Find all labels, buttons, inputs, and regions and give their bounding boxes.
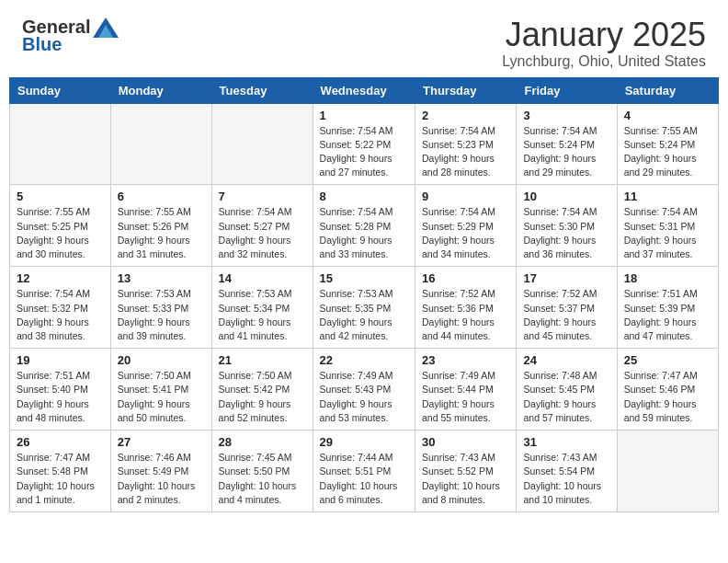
day-number: 25 — [624, 353, 711, 367]
day-info: Sunrise: 7:54 AM Sunset: 5:32 PM Dayligh… — [17, 287, 104, 343]
calendar-day-cell: 16Sunrise: 7:52 AM Sunset: 5:36 PM Dayli… — [415, 267, 517, 349]
calendar-wrapper: SundayMondayTuesdayWednesdayThursdayFrid… — [0, 77, 728, 522]
calendar-day-cell: 6Sunrise: 7:55 AM Sunset: 5:26 PM Daylig… — [110, 185, 211, 267]
calendar-day-cell: 27Sunrise: 7:46 AM Sunset: 5:49 PM Dayli… — [110, 431, 211, 512]
weekday-header-saturday: Saturday — [617, 77, 718, 103]
day-info: Sunrise: 7:55 AM Sunset: 5:25 PM Dayligh… — [17, 205, 104, 261]
calendar-day-cell: 1Sunrise: 7:54 AM Sunset: 5:22 PM Daylig… — [313, 103, 415, 185]
calendar-day-cell: 29Sunrise: 7:44 AM Sunset: 5:51 PM Dayli… — [313, 431, 415, 512]
day-number: 18 — [624, 271, 711, 285]
day-number: 17 — [523, 271, 609, 285]
weekday-header-tuesday: Tuesday — [211, 77, 313, 103]
day-info: Sunrise: 7:45 AM Sunset: 5:50 PM Dayligh… — [219, 451, 306, 507]
calendar-day-cell — [10, 103, 111, 185]
day-number: 28 — [219, 435, 306, 449]
day-number: 21 — [219, 353, 306, 367]
calendar-day-cell: 12Sunrise: 7:54 AM Sunset: 5:32 PM Dayli… — [10, 267, 111, 349]
calendar-table: SundayMondayTuesdayWednesdayThursdayFrid… — [9, 77, 719, 512]
day-number: 5 — [17, 190, 104, 203]
day-info: Sunrise: 7:52 AM Sunset: 5:37 PM Dayligh… — [523, 287, 609, 343]
day-number: 16 — [422, 271, 509, 285]
calendar-day-cell: 2Sunrise: 7:54 AM Sunset: 5:23 PM Daylig… — [415, 103, 517, 185]
calendar-day-cell: 3Sunrise: 7:54 AM Sunset: 5:24 PM Daylig… — [517, 103, 617, 185]
day-number: 14 — [219, 271, 306, 285]
day-number: 9 — [422, 190, 509, 203]
day-info: Sunrise: 7:54 AM Sunset: 5:23 PM Dayligh… — [422, 124, 509, 180]
calendar-day-cell: 19Sunrise: 7:51 AM Sunset: 5:40 PM Dayli… — [10, 349, 111, 431]
day-number: 30 — [422, 435, 509, 449]
day-number: 15 — [320, 271, 408, 285]
calendar-day-cell: 31Sunrise: 7:43 AM Sunset: 5:54 PM Dayli… — [517, 431, 617, 512]
day-info: Sunrise: 7:46 AM Sunset: 5:49 PM Dayligh… — [118, 451, 205, 507]
calendar-day-cell: 18Sunrise: 7:51 AM Sunset: 5:39 PM Dayli… — [617, 267, 718, 349]
day-info: Sunrise: 7:55 AM Sunset: 5:26 PM Dayligh… — [118, 205, 205, 261]
calendar-day-cell: 28Sunrise: 7:45 AM Sunset: 5:50 PM Dayli… — [211, 431, 313, 512]
calendar-day-cell: 20Sunrise: 7:50 AM Sunset: 5:41 PM Dayli… — [110, 349, 211, 431]
day-info: Sunrise: 7:44 AM Sunset: 5:51 PM Dayligh… — [320, 451, 408, 507]
day-number: 2 — [422, 109, 509, 122]
weekday-header-sunday: Sunday — [10, 77, 111, 103]
day-info: Sunrise: 7:54 AM Sunset: 5:30 PM Dayligh… — [523, 205, 609, 261]
day-info: Sunrise: 7:54 AM Sunset: 5:28 PM Dayligh… — [320, 205, 408, 261]
day-info: Sunrise: 7:50 AM Sunset: 5:42 PM Dayligh… — [219, 369, 306, 425]
weekday-header-monday: Monday — [110, 77, 211, 103]
day-info: Sunrise: 7:53 AM Sunset: 5:35 PM Dayligh… — [320, 287, 408, 343]
calendar-week-row: 26Sunrise: 7:47 AM Sunset: 5:48 PM Dayli… — [10, 431, 719, 512]
calendar-week-row: 12Sunrise: 7:54 AM Sunset: 5:32 PM Dayli… — [10, 267, 719, 349]
weekday-header-friday: Friday — [517, 77, 617, 103]
day-number: 3 — [523, 109, 609, 122]
day-number: 8 — [320, 190, 408, 203]
day-info: Sunrise: 7:47 AM Sunset: 5:46 PM Dayligh… — [624, 369, 711, 425]
day-number: 22 — [320, 353, 408, 367]
page-header: General Blue January 2025 Lynchburg, Ohi… — [0, 0, 728, 77]
calendar-day-cell: 14Sunrise: 7:53 AM Sunset: 5:34 PM Dayli… — [211, 267, 313, 349]
logo: General Blue — [22, 17, 119, 55]
day-number: 27 — [118, 435, 205, 449]
day-number: 26 — [17, 435, 104, 449]
day-number: 31 — [523, 435, 609, 449]
day-number: 10 — [523, 190, 609, 203]
calendar-day-cell: 21Sunrise: 7:50 AM Sunset: 5:42 PM Dayli… — [211, 349, 313, 431]
day-info: Sunrise: 7:52 AM Sunset: 5:36 PM Dayligh… — [422, 287, 509, 343]
day-info: Sunrise: 7:54 AM Sunset: 5:27 PM Dayligh… — [219, 205, 306, 261]
calendar-day-cell: 9Sunrise: 7:54 AM Sunset: 5:29 PM Daylig… — [415, 185, 517, 267]
day-info: Sunrise: 7:48 AM Sunset: 5:45 PM Dayligh… — [523, 369, 609, 425]
day-info: Sunrise: 7:47 AM Sunset: 5:48 PM Dayligh… — [17, 451, 104, 507]
day-info: Sunrise: 7:51 AM Sunset: 5:39 PM Dayligh… — [624, 287, 711, 343]
day-info: Sunrise: 7:53 AM Sunset: 5:33 PM Dayligh… — [118, 287, 205, 343]
calendar-day-cell: 22Sunrise: 7:49 AM Sunset: 5:43 PM Dayli… — [313, 349, 415, 431]
calendar-day-cell: 30Sunrise: 7:43 AM Sunset: 5:52 PM Dayli… — [415, 431, 517, 512]
day-number: 1 — [320, 109, 408, 122]
calendar-day-cell: 7Sunrise: 7:54 AM Sunset: 5:27 PM Daylig… — [211, 185, 313, 267]
calendar-day-cell: 24Sunrise: 7:48 AM Sunset: 5:45 PM Dayli… — [517, 349, 617, 431]
logo-icon — [93, 17, 119, 38]
weekday-header-thursday: Thursday — [415, 77, 517, 103]
calendar-day-cell: 4Sunrise: 7:55 AM Sunset: 5:24 PM Daylig… — [617, 103, 718, 185]
day-number: 23 — [422, 353, 509, 367]
calendar-day-cell: 25Sunrise: 7:47 AM Sunset: 5:46 PM Dayli… — [617, 349, 718, 431]
day-number: 4 — [624, 109, 711, 122]
day-info: Sunrise: 7:54 AM Sunset: 5:31 PM Dayligh… — [624, 205, 711, 261]
calendar-day-cell: 10Sunrise: 7:54 AM Sunset: 5:30 PM Dayli… — [517, 185, 617, 267]
day-info: Sunrise: 7:55 AM Sunset: 5:24 PM Dayligh… — [624, 124, 711, 180]
day-info: Sunrise: 7:49 AM Sunset: 5:43 PM Dayligh… — [320, 369, 408, 425]
title-section: January 2025 Lynchburg, Ohio, United Sta… — [502, 17, 706, 70]
calendar-week-row: 1Sunrise: 7:54 AM Sunset: 5:22 PM Daylig… — [10, 103, 719, 185]
day-number: 11 — [624, 190, 711, 203]
calendar-week-row: 19Sunrise: 7:51 AM Sunset: 5:40 PM Dayli… — [10, 349, 719, 431]
location-title: Lynchburg, Ohio, United States — [502, 53, 706, 70]
day-number: 7 — [219, 190, 306, 203]
calendar-day-cell: 17Sunrise: 7:52 AM Sunset: 5:37 PM Dayli… — [517, 267, 617, 349]
day-info: Sunrise: 7:50 AM Sunset: 5:41 PM Dayligh… — [118, 369, 205, 425]
calendar-day-cell: 23Sunrise: 7:49 AM Sunset: 5:44 PM Dayli… — [415, 349, 517, 431]
month-title: January 2025 — [502, 17, 706, 53]
calendar-day-cell: 15Sunrise: 7:53 AM Sunset: 5:35 PM Dayli… — [313, 267, 415, 349]
day-info: Sunrise: 7:43 AM Sunset: 5:52 PM Dayligh… — [422, 451, 509, 507]
calendar-day-cell — [110, 103, 211, 185]
weekday-header-row: SundayMondayTuesdayWednesdayThursdayFrid… — [10, 77, 719, 103]
day-number: 29 — [320, 435, 408, 449]
calendar-day-cell: 5Sunrise: 7:55 AM Sunset: 5:25 PM Daylig… — [10, 185, 111, 267]
day-info: Sunrise: 7:51 AM Sunset: 5:40 PM Dayligh… — [17, 369, 104, 425]
calendar-day-cell: 26Sunrise: 7:47 AM Sunset: 5:48 PM Dayli… — [10, 431, 111, 512]
day-number: 24 — [523, 353, 609, 367]
